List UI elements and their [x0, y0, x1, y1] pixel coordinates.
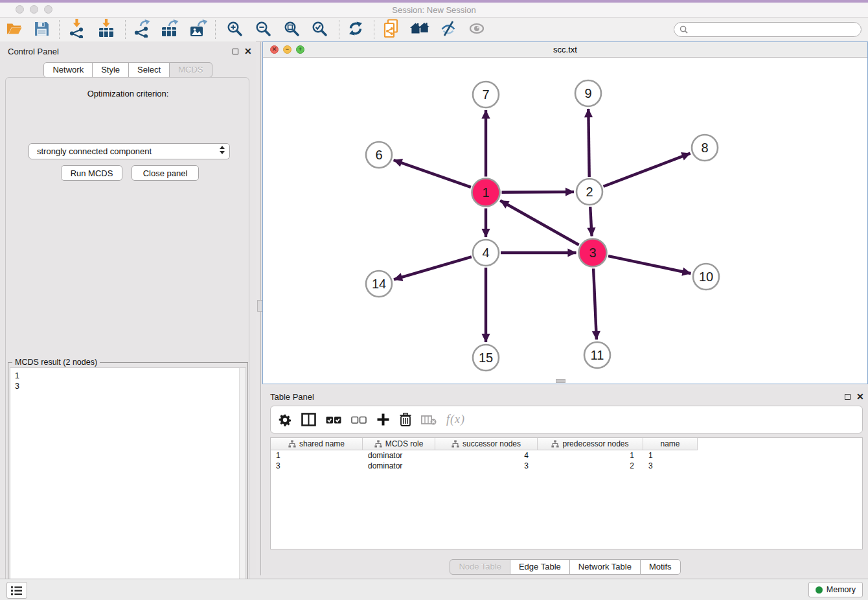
hide-selected-button[interactable] [437, 19, 460, 40]
run-mcds-button[interactable]: Run MCDS [61, 165, 122, 181]
column-type-icon [451, 440, 459, 448]
column-header-mcds-role[interactable]: MCDS role [363, 438, 435, 450]
graph-node-label: 2 [586, 185, 593, 199]
network-canvas[interactable]: 7968124314101511 [263, 57, 867, 384]
graph-node-label: 11 [591, 348, 604, 362]
table-cell: 1 [643, 451, 698, 460]
function-builder-button[interactable]: f(x) [446, 413, 465, 426]
tab-node-table[interactable]: Node Table [450, 559, 510, 575]
column-visibility-button[interactable] [301, 413, 316, 426]
column-header-shared-name[interactable]: shared name [271, 438, 363, 450]
table-cell: 3 [271, 461, 363, 470]
graph-edge[interactable] [604, 154, 691, 187]
add-row-button[interactable] [376, 413, 390, 426]
delete-selected-rows-button[interactable] [400, 413, 411, 426]
import-network-button[interactable] [65, 19, 88, 40]
task-history-button[interactable] [6, 582, 27, 599]
export-network-button[interactable] [130, 19, 153, 40]
deselect-all-rows-button[interactable] [351, 414, 367, 426]
tab-network-table[interactable]: Network Table [569, 559, 641, 575]
memory-button[interactable]: Memory [808, 582, 863, 597]
table-cell: 3 [643, 461, 698, 470]
delete-column-button[interactable] [421, 414, 437, 426]
mcds-result-title: MCDS result (2 nodes) [12, 358, 100, 367]
titlebar-accent [0, 0, 868, 3]
toolbar-separator [374, 20, 374, 39]
new-network-from-selection-button[interactable] [380, 19, 403, 40]
graph-edge[interactable] [593, 269, 597, 340]
show-all-button[interactable] [465, 19, 488, 40]
status-bar: Memory [0, 579, 868, 600]
table-cell: dominator [363, 451, 435, 460]
column-header-label: MCDS role [385, 439, 424, 448]
control-panel-tabbar: NetworkStyleSelectMCDS [43, 62, 212, 78]
result-item: 1 [15, 371, 19, 381]
graph-edge[interactable] [588, 109, 589, 177]
tab-edge-table[interactable]: Edge Table [510, 559, 570, 575]
graph-edge[interactable] [590, 207, 591, 237]
export-network-icon [132, 19, 150, 40]
tab-network[interactable]: Network [43, 62, 93, 78]
node-table-body: 1dominator4113dominator323 [271, 450, 862, 471]
graph-edge[interactable] [502, 192, 575, 192]
open-folder-icon [5, 21, 23, 38]
graph-edge[interactable] [608, 256, 691, 273]
eye-slash-icon [440, 20, 457, 39]
export-image-button[interactable] [187, 19, 210, 40]
column-header-predecessor-nodes[interactable]: predecessor nodes [538, 438, 643, 450]
tab-mcds[interactable]: MCDS [169, 62, 212, 78]
save-session-button[interactable] [30, 19, 53, 40]
column-header-name[interactable]: name [643, 438, 698, 450]
list-icon [10, 585, 23, 596]
close-table-panel-icon[interactable]: ✕ [856, 393, 864, 400]
column-header-label: name [660, 439, 680, 448]
search-field[interactable] [674, 22, 862, 37]
column-header-successor-nodes[interactable]: successor nodes [435, 438, 538, 450]
first-neighbors-button[interactable] [408, 19, 431, 40]
tab-style[interactable]: Style [92, 62, 129, 78]
refresh-icon [347, 20, 364, 39]
export-table-button[interactable] [158, 19, 181, 40]
refresh-view-button[interactable] [344, 19, 367, 40]
mcds-result-list[interactable]: 13 [10, 367, 246, 600]
table-panel-tabbar: Node TableEdge TableNetwork TableMotifs [450, 559, 680, 575]
memory-label: Memory [827, 585, 856, 594]
close-panel-button[interactable]: Close panel [131, 165, 199, 181]
search-input[interactable] [691, 24, 861, 35]
network-window-title: scc.txt [263, 45, 867, 54]
table-cell: 1 [271, 451, 363, 460]
graph-edge[interactable] [394, 257, 472, 279]
result-scrollbar[interactable] [239, 368, 246, 600]
open-session-button[interactable] [3, 19, 26, 40]
column-header-label: shared name [299, 439, 345, 448]
optimization-criterion-select[interactable]: strongly connected component [29, 143, 230, 159]
column-type-icon [374, 440, 382, 448]
tab-select[interactable]: Select [128, 62, 170, 78]
table-row[interactable]: 1dominator411 [271, 450, 862, 461]
column-type-icon [551, 440, 559, 448]
search-icon [680, 25, 688, 34]
zoom-fit-button[interactable] [280, 19, 303, 40]
table-settings-button[interactable] [279, 413, 291, 426]
zoom-selected-button[interactable] [308, 19, 331, 40]
graph-node-label: 9 [584, 86, 591, 100]
graph-node-label: 1 [482, 185, 489, 200]
table-row[interactable]: 3dominator323 [271, 461, 862, 471]
node-table[interactable]: shared nameMCDS rolesuccessor nodesprede… [270, 437, 863, 549]
zoom-in-button[interactable] [223, 19, 246, 40]
graph-edge[interactable] [500, 201, 579, 246]
import-table-button[interactable] [95, 19, 118, 40]
tab-motifs[interactable]: Motifs [640, 559, 681, 575]
close-panel-icon[interactable]: ✕ [244, 48, 252, 54]
main-toolbar [0, 17, 868, 42]
zoom-out-button[interactable] [251, 19, 275, 40]
column-header-label: predecessor nodes [562, 439, 628, 448]
select-all-rows-button[interactable] [326, 414, 341, 426]
network-window-grip[interactable] [556, 379, 565, 383]
network-window: ✕ − + scc.txt 7968124314101511 [262, 41, 868, 384]
graph-edge[interactable] [394, 160, 471, 187]
graph-node-label: 6 [375, 148, 382, 162]
float-table-panel-icon[interactable] [845, 394, 851, 400]
zoom-fit-icon [283, 20, 300, 39]
float-panel-icon[interactable] [233, 49, 238, 54]
